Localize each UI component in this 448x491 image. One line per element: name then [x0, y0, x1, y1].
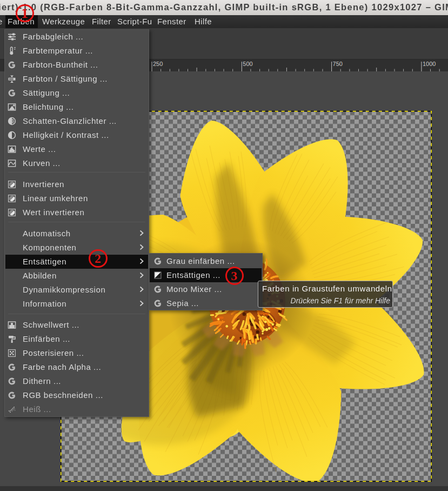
- svg-text:500: 500: [243, 61, 252, 67]
- svg-text:250: 250: [153, 61, 163, 67]
- svg-text:750: 750: [333, 61, 343, 67]
- svg-text:1000: 1000: [423, 61, 436, 67]
